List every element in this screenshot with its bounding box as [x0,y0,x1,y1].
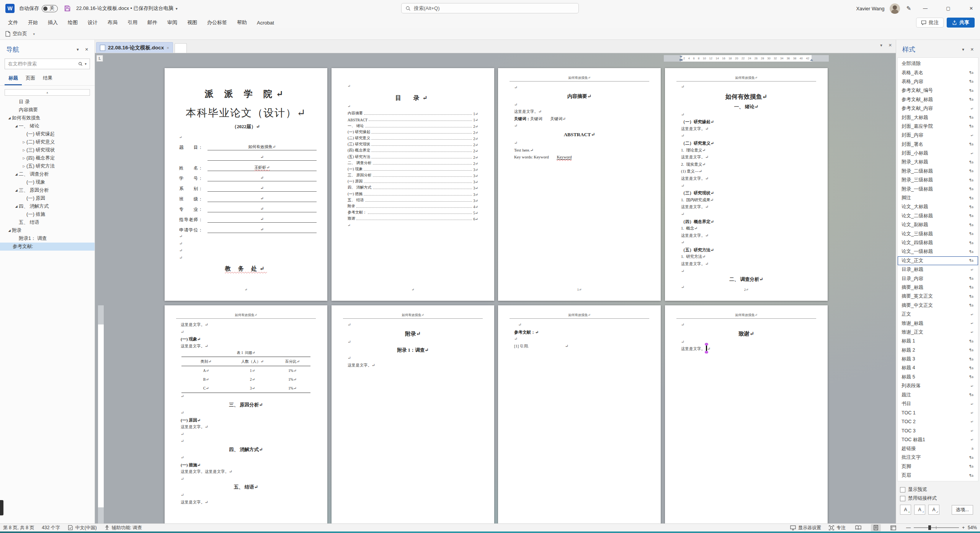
style-item[interactable]: 书目↵ [898,399,978,408]
page-5-body[interactable]: 如何有效摸鱼↵ 这里是文字。↵↵(一) 现象↵这里是文字。↵表 1 问题↵ 类别… [165,305,327,523]
new-style-button[interactable]: A+ [900,505,911,515]
word-count-indicator[interactable]: 432 个字 [42,525,60,531]
zoom-out-button[interactable]: — [906,525,911,530]
document-title[interactable]: 22.08.16-论文模板.docx • 已保存到这台电脑▾ [76,5,178,12]
styles-options-button[interactable]: 选项... [952,505,973,515]
style-item[interactable]: 参考文献_标题¶a [898,95,978,104]
style-item[interactable]: 批注文字¶a [898,453,978,462]
page-1-cover[interactable]: 派 派 学 院↵ 本科毕业论文（设计）↵ （2022届）↵ ↵ 题 目：如何有效… [165,68,327,301]
ribbon-tab[interactable]: 绘图 [63,17,83,28]
style-item[interactable]: 表格_表名¶a [898,68,978,77]
ribbon-tab[interactable]: 邮件 [142,17,162,28]
style-item[interactable]: 封面_小标题↵ [898,149,978,158]
user-name[interactable]: Xavier Wang [856,6,884,11]
tab-list-icon[interactable]: ▾ [880,43,882,48]
style-item[interactable]: 封面_署名¶a [898,140,978,149]
style-item[interactable]: 封面_内容↵ [898,131,978,140]
style-item[interactable]: 论文_大标题¶a [898,202,978,211]
styles-pane-close-icon[interactable]: ✕ [970,47,974,52]
nav-heading-item[interactable]: ◢二、 调查分析 [0,170,95,178]
ribbon-tab[interactable]: 布局 [103,17,122,28]
blank-page-button[interactable]: 空白页 [5,31,27,37]
comments-button[interactable]: 批注 [916,18,944,28]
ribbon-tab[interactable]: 帮助 [232,17,252,28]
nav-pane-tab[interactable]: 标题 [5,73,22,85]
show-preview-checkbox[interactable]: 显示预览 [900,485,976,494]
style-item[interactable]: 论文_四级标题¶a [898,238,978,247]
expander-icon[interactable]: ▷ [21,154,26,162]
nav-collapse-box[interactable]: ▴ [5,89,90,96]
style-item[interactable]: 论文_三级标题¶a [898,229,978,238]
style-item[interactable]: TOC 标题1↵ [898,435,978,444]
style-item[interactable]: 论文_正文¶a [898,256,978,265]
nav-heading-item[interactable]: (一) 措施 [0,210,95,218]
ribbon-tab[interactable]: 审阅 [162,17,182,28]
expander-icon[interactable]: ▷ [21,138,26,146]
new-tab-stub[interactable] [175,43,187,53]
minimize-button[interactable]: — [916,0,934,17]
style-item[interactable]: 标题 5¶a [898,373,978,381]
left-indent-marker[interactable] [679,56,683,61]
document-tab[interactable]: 22.08.16-论文模板.docx × [96,42,173,53]
nav-heading-item[interactable]: (一) 原因 [0,194,95,202]
nav-search-input[interactable]: 在文档中搜索 ▾ [5,59,90,69]
expander-icon[interactable]: ◢ [7,227,12,235]
nav-heading-item[interactable]: ▷(四) 概念界定 [0,154,95,162]
close-button[interactable]: ✕ [962,0,980,17]
expander-icon[interactable]: ▷ [21,162,26,170]
nav-heading-item[interactable]: ◢一、 绪论 [0,122,95,130]
avatar[interactable] [890,3,900,14]
style-item[interactable]: 标题 1¶a [898,337,978,346]
styles-pane-dropdown-icon[interactable]: ▾ [962,47,964,52]
page-6-appendix[interactable]: 如何有效摸鱼↵ ↵附录↵↵附录 1：调查↵↵这里是文字。↵ 4↵ [332,305,494,523]
page-2-toc[interactable]: ↵ 目 录↵ ↵ 内容摘要1↵ABSTRACT1↵一、 绪论2↵(一) 研究缘起… [332,68,494,301]
nav-heading-item[interactable]: ▷(二) 研究意义 [0,138,95,146]
expander-icon[interactable]: ◢ [14,186,19,194]
ribbon-tab[interactable]: 文件 [3,17,23,28]
nav-heading-item[interactable]: 五、 结语 [0,218,95,227]
style-item[interactable]: 致谢_正文↵ [898,328,978,337]
style-item[interactable]: 封面_大标题¶a [898,113,978,122]
style-item[interactable]: 摘要_中文正文¶a [898,301,978,310]
nav-pane-tab[interactable]: 页面 [22,73,39,85]
nav-pane-tab[interactable]: 结果 [39,73,56,85]
style-item[interactable]: 附录_一级标题¶a [898,184,978,193]
nav-heading-item[interactable]: (一) 现象 [0,178,95,186]
style-item[interactable]: 参考文献_编号¶a [898,86,978,95]
style-item[interactable]: 题注¶a [898,390,978,399]
focus-mode-button[interactable]: 专注 [829,525,846,531]
style-item[interactable]: 目录_内容¶a [898,274,978,283]
tab-close-icon[interactable]: × [167,46,169,50]
accessibility-status[interactable]: 辅助功能: 调查 [105,525,142,531]
style-item[interactable]: 脚注¶a [898,194,978,202]
tab-stop-selector[interactable]: L [96,55,103,62]
zoom-slider[interactable] [914,527,959,528]
zoom-in-button[interactable]: + [962,525,965,530]
nav-pane-dropdown-icon[interactable]: ▾ [77,47,79,52]
editing-mode-icon[interactable]: ✎ [906,5,911,12]
nav-heading-item[interactable]: ▷(五) 研究方法 [0,162,95,170]
search-box[interactable]: 搜索(Alt+Q) [401,3,579,13]
style-item[interactable]: 全部清除 [898,59,978,68]
style-item[interactable]: 论文_副标题¶a [898,220,978,229]
nav-heading-item[interactable]: ◢如何有效摸鱼 [0,114,95,122]
style-inspector-button[interactable]: A⌕ [914,505,925,515]
nav-heading-item[interactable]: ◢附录 [0,227,95,235]
ribbon-tab[interactable]: 设计 [83,17,103,28]
restore-button[interactable]: ▢ [939,0,957,17]
style-item[interactable]: 附录_二级标题¶a [898,167,978,176]
style-item[interactable]: 参考文献_内容↵ [898,104,978,113]
word-app-icon[interactable]: W [5,4,15,13]
search-options-icon[interactable]: ▾ [85,62,87,66]
nav-heading-item[interactable]: 参考文献: [0,243,95,251]
style-item[interactable]: 列表段落↵ [898,381,978,390]
share-button[interactable]: 共享 [947,18,975,28]
style-item[interactable]: 目录_标题↵ [898,265,978,274]
style-item[interactable]: 摘要_英文正文¶a [898,292,978,301]
page-8-acknowledgements[interactable]: 如何有效摸鱼↵ ↵ 致谢↵ ↵ 这里是文字。↵ 6↵ [665,305,828,523]
style-item[interactable]: 超链接a [898,444,978,453]
expander-icon[interactable]: ◢ [14,170,19,178]
page-7-references[interactable]: 如何有效摸鱼↵ ↵参考文献：↵↵[1] 引用. ↵ 5↵ [498,305,661,523]
style-item[interactable]: TOC 1↵ [898,408,978,417]
ribbon-tab[interactable]: 办公标签 [202,17,232,28]
